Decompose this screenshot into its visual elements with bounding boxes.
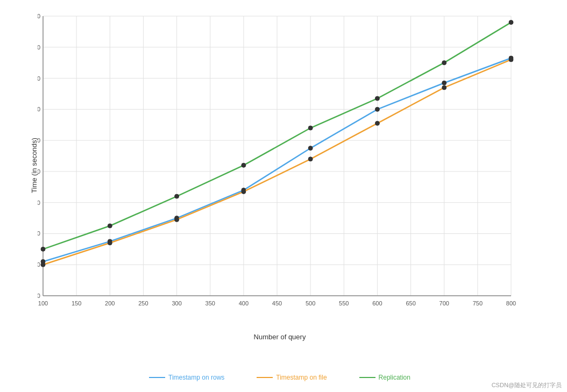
svg-point-61 [108, 241, 112, 245]
svg-text:160: 160 [38, 75, 40, 82]
legend-line-blue [149, 377, 165, 378]
legend: Timestamp on rows Timestamp on file Repl… [38, 374, 522, 381]
svg-text:140: 140 [38, 106, 40, 112]
svg-text:80: 80 [38, 199, 40, 206]
svg-point-69 [108, 224, 112, 228]
legend-label-replication: Replication [379, 374, 410, 381]
svg-point-57 [375, 107, 379, 111]
svg-text:350: 350 [205, 300, 215, 307]
svg-text:200: 200 [105, 300, 115, 307]
svg-point-63 [242, 189, 246, 194]
svg-text:60: 60 [38, 230, 40, 237]
watermark: CSDN@随处可见的打字员 [492, 381, 562, 389]
svg-point-60 [41, 262, 45, 267]
svg-point-64 [308, 157, 313, 161]
svg-point-58 [442, 81, 446, 85]
legend-label-timestamp-file: Timestamp on file [276, 374, 327, 381]
svg-text:300: 300 [172, 300, 181, 307]
svg-text:450: 450 [272, 300, 282, 307]
svg-point-71 [242, 163, 246, 167]
legend-item-replication: Replication [359, 374, 410, 381]
svg-text:100: 100 [38, 300, 48, 307]
svg-text:100: 100 [38, 168, 40, 175]
svg-text:120: 120 [38, 137, 40, 144]
svg-text:150: 150 [72, 300, 81, 307]
svg-point-73 [375, 96, 379, 101]
svg-text:200: 200 [38, 13, 40, 19]
y-axis-label: Time (in seconds) [30, 138, 38, 193]
svg-point-74 [442, 61, 446, 65]
svg-point-75 [509, 20, 513, 25]
svg-point-72 [308, 126, 313, 130]
svg-text:650: 650 [406, 300, 415, 307]
svg-point-56 [308, 146, 313, 151]
svg-text:40: 40 [38, 261, 40, 268]
svg-text:600: 600 [372, 300, 382, 307]
svg-text:500: 500 [306, 300, 315, 307]
legend-label-timestamp-rows: Timestamp on rows [168, 374, 224, 381]
svg-text:250: 250 [138, 300, 148, 307]
svg-text:20: 20 [38, 293, 40, 299]
svg-point-62 [175, 217, 179, 222]
chart-svg: 2040608010012014016018020010015020025030… [38, 11, 522, 323]
chart-area: 2040608010012014016018020010015020025030… [38, 11, 522, 323]
svg-point-67 [509, 58, 513, 62]
svg-point-66 [442, 85, 446, 90]
svg-text:180: 180 [38, 44, 40, 51]
legend-item-timestamp-file: Timestamp on file [257, 374, 327, 381]
chart-container: Time (in seconds) 2040608010012014016018… [0, 0, 567, 392]
x-axis-label: Number of query [38, 333, 522, 341]
legend-item-timestamp-rows: Timestamp on rows [149, 374, 224, 381]
svg-point-65 [375, 121, 379, 125]
legend-line-green [359, 377, 375, 378]
svg-text:800: 800 [506, 300, 516, 307]
svg-point-70 [175, 194, 179, 198]
svg-text:700: 700 [440, 300, 449, 307]
svg-text:550: 550 [339, 300, 349, 307]
svg-text:750: 750 [473, 300, 483, 307]
svg-point-68 [41, 247, 45, 251]
legend-line-orange [257, 377, 273, 378]
svg-text:400: 400 [239, 300, 249, 307]
